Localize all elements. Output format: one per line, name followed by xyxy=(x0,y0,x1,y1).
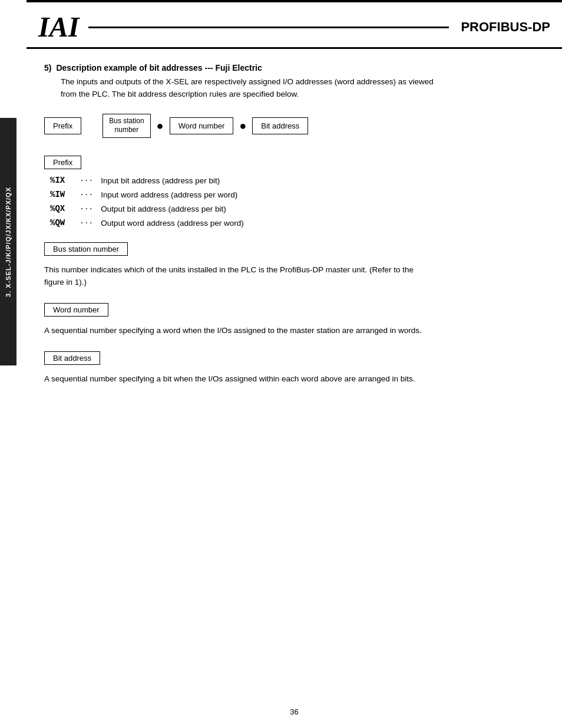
prefix-row-ix: %IX ··· Input bit address (address per b… xyxy=(50,175,544,186)
bit-address-desc: A sequential number specifying a bit whe… xyxy=(44,373,544,386)
bit-address-label-box: Bit address xyxy=(44,351,100,365)
prefix-dots-qx: ··· xyxy=(81,203,94,214)
prefix-code-qw: %QW xyxy=(50,218,81,228)
sidebar-tab: 3. X-SEL-J/K/P/Q/JX/KX/PX/QX xyxy=(0,118,16,365)
section-heading: Description example of bit addresses ---… xyxy=(56,63,262,73)
section-description: The inputs and outputs of the X-SEL are … xyxy=(61,76,544,101)
diagram-prefix-box: Prefix xyxy=(44,117,81,134)
prefix-desc-ix: Input bit address (address per bit) xyxy=(101,176,220,185)
address-diagram: Prefix Bus stationnumber ● Word number ●… xyxy=(44,114,544,138)
dot-2: ● xyxy=(239,120,246,131)
bus-station-section: Bus station number This number indicates… xyxy=(44,242,544,289)
prefix-code-ix: %IX xyxy=(50,176,81,185)
bit-address-section: Bit address A sequential number specifyi… xyxy=(44,351,544,386)
prefix-dots-ix: ··· xyxy=(81,175,94,186)
prefix-desc-qw: Output word address (address per word) xyxy=(101,219,243,228)
bus-station-label-box: Bus station number xyxy=(44,242,128,256)
diagram-word-number-box: Word number xyxy=(170,117,234,134)
logo-line xyxy=(88,27,449,28)
prefix-section: Prefix %IX ··· Input bit address (addres… xyxy=(44,156,544,228)
prefix-label-box: Prefix xyxy=(44,156,81,169)
logo-iai: IAI xyxy=(38,13,79,41)
prefix-row-iw: %IW ··· Input word address (address per … xyxy=(50,189,544,200)
prefix-row-qw: %QW ··· Output word address (address per… xyxy=(50,218,544,228)
page-number: 36 xyxy=(290,707,298,716)
prefix-code-qx: %QX xyxy=(50,204,81,213)
prefix-dots-iw: ··· xyxy=(81,189,94,200)
prefix-code-iw: %IW xyxy=(50,190,81,199)
bus-station-desc: This number indicates which of the units… xyxy=(44,264,544,289)
sidebar-label: 3. X-SEL-J/K/P/Q/JX/KX/PX/QX xyxy=(5,187,12,297)
header-title: PROFIBUS-DP xyxy=(461,19,550,35)
main-content: IAI PROFIBUS-DP 5) Description example o… xyxy=(27,0,562,728)
diagram-bus-station-box: Bus stationnumber xyxy=(103,114,150,138)
section-number: 5) xyxy=(44,63,51,73)
prefix-dots-qw: ··· xyxy=(81,218,94,228)
prefix-row-qx: %QX ··· Output bit address (address per … xyxy=(50,203,544,214)
page-body: 5) Description example of bit addresses … xyxy=(27,49,562,411)
word-number-label-box: Word number xyxy=(44,303,108,317)
diagram-bit-address-box: Bit address xyxy=(252,117,308,134)
dot-1: ● xyxy=(157,120,164,131)
prefix-desc-iw: Input word address (address per word) xyxy=(101,190,237,199)
prefix-items: %IX ··· Input bit address (address per b… xyxy=(50,175,544,228)
word-number-desc: A sequential number specifying a word wh… xyxy=(44,325,544,337)
logo-area: IAI xyxy=(38,13,449,41)
header: IAI PROFIBUS-DP xyxy=(27,2,562,49)
prefix-desc-qx: Output bit address (address per bit) xyxy=(101,205,226,213)
word-number-section: Word number A sequential number specifyi… xyxy=(44,303,544,337)
